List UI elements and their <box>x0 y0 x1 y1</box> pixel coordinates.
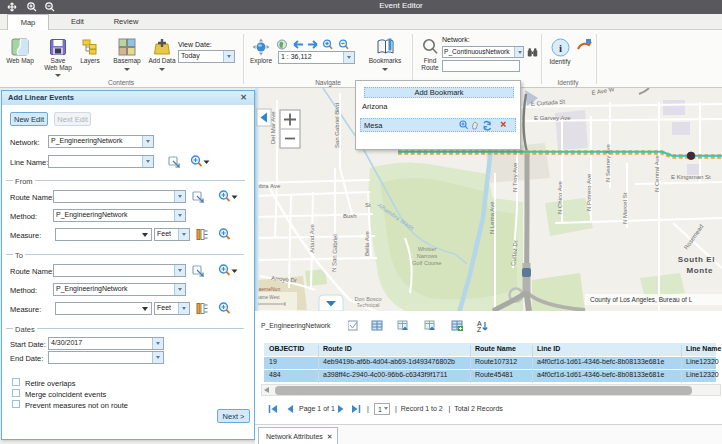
svg-text:same West: same West <box>257 295 280 300</box>
svg-text:Whittier: Whittier <box>418 246 437 252</box>
svg-text:N Seaney Ave: N Seaney Ave <box>605 143 611 182</box>
svg-text:Arland Ave: Arland Ave <box>309 223 315 253</box>
svg-text:N Central Ave: N Central Ave <box>654 154 660 192</box>
svg-text:saemeNun: saemeNun <box>256 286 280 292</box>
svg-text:N Marcel St: N Marcel St <box>622 192 628 224</box>
svg-text:San Gabriel Blvd: San Gabriel Blvd <box>334 103 340 148</box>
svg-text:N Lema Ave: N Lema Ave <box>489 201 495 234</box>
svg-text:mbra Ave: mbra Ave <box>255 183 281 189</box>
svg-text:Narrows: Narrows <box>417 253 438 259</box>
svg-text:Golf Course: Golf Course <box>412 260 441 266</box>
svg-text:Bush: Bush <box>343 213 357 219</box>
svg-text:N Potrero Ave: N Potrero Ave <box>586 173 592 211</box>
svg-text:E Garvey Ave: E Garvey Ave <box>534 115 571 121</box>
svg-text:Z: Z <box>477 326 482 333</box>
svg-text:South El: South El <box>678 255 715 264</box>
svg-text:Monte: Monte <box>686 266 713 275</box>
svg-text:E Kingsman St: E Kingsman St <box>671 174 711 180</box>
svg-text:N Chico Ave: N Chico Ave <box>557 180 563 214</box>
svg-text:Bella Ave: Bella Ave <box>364 230 370 256</box>
svg-text:Technical: Technical <box>357 302 380 308</box>
svg-text:St: St <box>365 202 371 208</box>
svg-text:N Troy Ave: N Troy Ave <box>512 162 518 192</box>
svg-text:i: i <box>558 42 561 54</box>
svg-text:County of Los Angeles, Bureau: County of Los Angeles, Bureau of L <box>590 296 693 304</box>
